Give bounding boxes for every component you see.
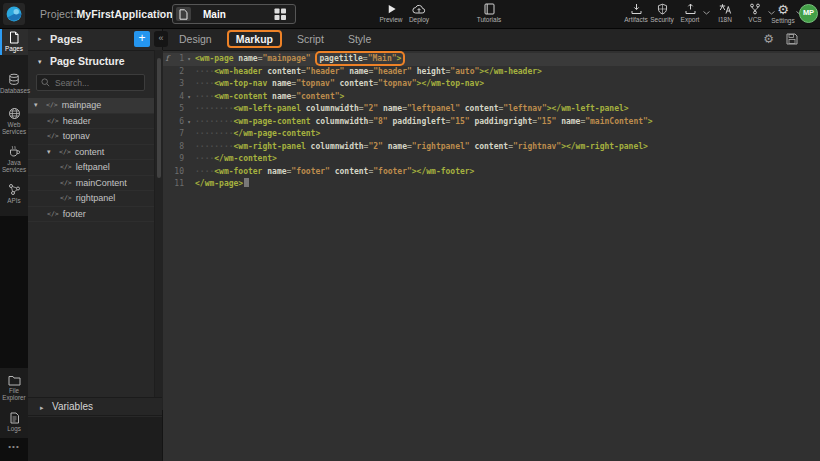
panel-scrollbar[interactable] (154, 50, 163, 410)
code-text: ········<wm-page-content columnwidth="8"… (194, 116, 653, 129)
rail-item-pages[interactable]: Pages (0, 28, 28, 55)
play-icon (386, 3, 397, 15)
caret-right-icon[interactable]: ▸ (40, 404, 44, 412)
code-widget-icon: </> (60, 194, 72, 202)
caret-down-icon[interactable]: ▾ (47, 148, 59, 156)
search-icon (41, 78, 50, 87)
export-button[interactable]: Export (673, 3, 707, 23)
code-widget-icon: </> (47, 117, 59, 125)
save-button[interactable] (786, 33, 798, 45)
code-line-10[interactable]: 10····<wm-footer name="footer" content="… (163, 166, 820, 179)
panel-scrollbar-thumb[interactable] (157, 58, 161, 178)
fold-caret-icon[interactable]: ▾ (184, 53, 194, 66)
collapse-panel-button[interactable]: « (154, 31, 168, 47)
user-avatar[interactable]: MP (799, 4, 818, 23)
fold-caret-icon[interactable]: ▾ (184, 116, 194, 129)
fold-caret-icon (184, 103, 194, 116)
tree-item-label: header (63, 116, 91, 126)
gutter-marker (163, 178, 171, 191)
code-line-5[interactable]: 5········<wm-left-panel columnwidth="2" … (163, 103, 820, 116)
tab-script[interactable]: Script (297, 33, 324, 45)
caret-down-icon[interactable]: ▾ (34, 101, 46, 109)
rail-item-databases[interactable]: Databases (0, 70, 28, 94)
line-number: 4 (171, 91, 184, 104)
line-number: 1 (171, 53, 184, 66)
variables-title: Variables (52, 401, 93, 412)
code-line-3[interactable]: 3····<wm-top-nav name="topnav" content="… (163, 78, 820, 91)
page-file-icon (176, 7, 191, 21)
code-line-2[interactable]: 2····<wm-header content="header" name="h… (163, 66, 820, 79)
tree-item-label: mainpage (62, 100, 102, 110)
code-text: </wm-page> (194, 178, 249, 191)
tab-design[interactable]: Design (179, 33, 212, 45)
tree-item-header[interactable]: </>header (28, 114, 154, 130)
fold-caret-icon (184, 178, 194, 191)
code-line-9[interactable]: 9····</wm-content> (163, 153, 820, 166)
tab-markup[interactable]: Markup (227, 30, 282, 48)
open-page-tab[interactable]: Main (172, 4, 296, 24)
rail-item-web-services[interactable]: Web Services (0, 104, 28, 135)
line-number: 9 (171, 153, 184, 166)
code-line-6[interactable]: 6▾········<wm-page-content columnwidth="… (163, 116, 820, 129)
code-text: <wm-page name="mainpage" pagetitle="Main… (194, 53, 406, 66)
cloud-upload-icon (412, 3, 426, 15)
tree-item-footer[interactable]: </>footer (28, 207, 154, 223)
markup-settings-gear-icon[interactable]: ⚙ (763, 32, 774, 46)
pages-panel-header: ▸ Pages + (28, 28, 162, 51)
rail-item-file-explorer[interactable]: File Explorer (0, 372, 28, 401)
tree-item-rightpanel[interactable]: </>rightpanel (28, 191, 154, 207)
code-line-4[interactable]: 4▾····<wm-content name="content"> (163, 91, 820, 104)
add-page-button[interactable]: + (134, 31, 150, 47)
tree-item-leftpanel[interactable]: </>leftpanel (28, 160, 154, 176)
i18n-button[interactable]: I18N (708, 3, 742, 23)
code-line-11[interactable]: 11</wm-page> (163, 178, 820, 191)
page-structure-header[interactable]: ▾ Page Structure (28, 52, 162, 72)
tree-item-label: mainContent (76, 178, 127, 188)
variables-section-header[interactable]: ▸ Variables (28, 397, 162, 416)
project-breadcrumb: Project:MyFirstApplication (40, 8, 173, 20)
activity-rail: Pages Databases Web Services Java Servic… (0, 28, 28, 461)
fold-caret-icon[interactable]: ▾ (184, 91, 194, 104)
tree-item-content[interactable]: ▾</>content (28, 145, 154, 161)
gutter-marker (163, 116, 171, 129)
tab-style[interactable]: Style (348, 33, 371, 45)
editor-tabbar: DesignMarkupScriptStyle ⚙ (163, 28, 820, 51)
wavemaker-logo-icon[interactable] (3, 3, 25, 25)
gutter-marker: f (163, 53, 171, 66)
code-line-7[interactable]: 7········</wm-page-content> (163, 128, 820, 141)
code-line-8[interactable]: 8········<wm-right-panel columnwidth="2"… (163, 141, 820, 154)
structure-search[interactable] (36, 74, 145, 91)
caret-right-icon[interactable]: ▸ (38, 35, 42, 43)
code-line-1[interactable]: f1▾<wm-page name="mainpage" pagetitle="M… (163, 53, 820, 66)
wavemaker-studio: Project:MyFirstApplication › Main Previe… (0, 0, 820, 461)
page-structure-tree: ▾</>mainpage</>header</>topnav▾</>conten… (28, 98, 154, 222)
pages-panel: ▸ Pages + « ▾ Page Structure ▾</>mainpag… (28, 28, 163, 461)
top-bar: Project:MyFirstApplication › Main Previe… (0, 0, 820, 29)
markup-code-editor[interactable]: f1▾<wm-page name="mainpage" pagetitle="M… (163, 50, 820, 461)
page-structure-title: Page Structure (50, 55, 125, 67)
log-file-icon (9, 412, 20, 424)
upload-tray-icon (684, 3, 697, 15)
pages-panel-title: Pages (50, 33, 82, 45)
line-number: 5 (171, 103, 184, 116)
rail-item-logs[interactable]: Logs (0, 409, 28, 432)
search-input[interactable] (53, 77, 143, 89)
deploy-button[interactable]: Deploy (403, 3, 435, 23)
code-widget-icon: </> (47, 132, 59, 140)
rail-more-button[interactable]: ••• (0, 442, 28, 451)
rail-item-java-services[interactable]: Java Services (0, 142, 28, 173)
tutorials-button[interactable]: Tutorials (472, 3, 506, 23)
settings-button[interactable]: ⚙ Settings (766, 3, 800, 24)
line-number: 10 (171, 166, 184, 179)
tree-item-topnav[interactable]: </>topnav (28, 129, 154, 145)
fold-caret-icon (184, 78, 194, 91)
tree-item-mainContent[interactable]: </>mainContent (28, 176, 154, 192)
tree-item-label: topnav (63, 131, 90, 141)
fold-caret-icon (184, 166, 194, 179)
download-tray-icon (630, 3, 643, 15)
tree-item-mainpage[interactable]: ▾</>mainpage (28, 98, 154, 114)
grid-view-icon[interactable] (274, 8, 287, 21)
code-widget-icon: </> (46, 101, 58, 109)
rail-item-apis[interactable]: APIs (0, 180, 28, 204)
caret-down-icon[interactable]: ▾ (38, 58, 42, 66)
